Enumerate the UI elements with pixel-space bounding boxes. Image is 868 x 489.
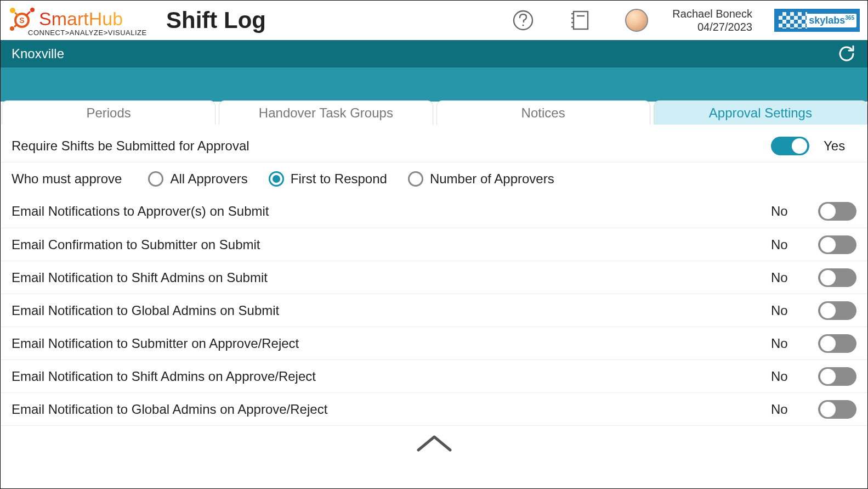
svg-point-2 [30,8,35,12]
svg-line-6 [14,24,18,27]
help-icon [512,9,534,31]
radio-label: All Approvers [170,171,247,187]
tab-notices[interactable]: Notices [436,100,650,125]
setting-label: Email Notification to Shift Admins on Su… [12,270,268,285]
require-approval-value: Yes [824,138,856,154]
setting-label: Email Notification to Global Admins on S… [12,303,279,318]
refresh-button[interactable] [837,44,856,64]
email-toggle[interactable] [818,301,856,320]
sub-header-bar [1,68,867,102]
notebook-icon [570,9,590,31]
setting-label: Email Notification to Submitter on Appro… [12,336,299,351]
setting-email-3: Email Notification to Global Admins on S… [1,294,867,327]
email-toggle[interactable] [818,334,856,353]
location-name: Knoxville [12,46,64,61]
setting-email-1: Email Confirmation to Submitter on Submi… [1,228,867,261]
radio-all-approvers[interactable]: All Approvers [148,171,247,187]
smarthub-icon: S [8,5,36,32]
brand-logo[interactable]: S SmartHub CONNECT>ANALYZE>VISUALIZE [8,5,151,36]
setting-label: Email Notification to Shift Admins on Ap… [12,369,316,384]
refresh-icon [837,44,856,64]
brand-name: SmartHub [39,9,123,28]
partner-brand[interactable]: skylabs365 [774,9,860,32]
svg-text:S: S [19,16,24,25]
notes-button[interactable] [569,9,591,31]
setting-email-0: Email Notifications to Approver(s) on Su… [1,195,867,228]
email-toggle[interactable] [818,202,856,221]
radio-indicator [269,171,284,187]
radio-indicator [408,171,423,187]
user-avatar[interactable] [625,9,648,32]
setting-who-must-approve: Who must approve All ApproversFirst to R… [1,162,867,195]
email-toggle[interactable] [818,367,856,386]
tab-periods[interactable]: Periods [2,100,215,125]
settings-panel: Require Shifts be Submitted for Approval… [1,125,867,425]
collapse-bar [1,425,867,464]
radio-number-of-approvers[interactable]: Number of Approvers [408,171,554,187]
svg-line-5 [26,12,30,15]
partner-brand-text: skylabs365 [807,14,856,27]
toggle-value: No [771,270,804,285]
toggle-value: No [771,204,804,219]
location-bar: Knoxville [1,40,867,68]
toggle-value: No [771,303,804,318]
setting-email-5: Email Notification to Shift Admins on Ap… [1,359,867,392]
toggle-value: No [771,336,804,351]
setting-label: Email Notification to Global Admins on A… [12,402,327,417]
email-toggle[interactable] [818,268,856,287]
toggle-value: No [771,402,804,417]
app-header: S SmartHub CONNECT>ANALYZE>VISUALIZE Shi… [1,1,867,40]
radio-label: Number of Approvers [430,171,554,187]
user-block: Rachael Boneck 04/27/2023 [672,7,752,33]
radio-indicator [148,171,163,187]
tab-approval-settings[interactable]: Approval Settings [654,100,867,125]
setting-label: Require Shifts be Submitted for Approval [12,138,249,154]
page-title: Shift Log [166,7,266,33]
chevron-up-icon [415,434,453,453]
tabs: PeriodsHandover Task GroupsNoticesApprov… [1,100,867,125]
setting-label: Email Notifications to Approver(s) on Su… [12,204,269,219]
radio-label: First to Respond [291,171,387,187]
svg-point-1 [10,8,15,13]
svg-rect-10 [574,12,588,29]
require-approval-toggle[interactable] [771,137,809,155]
svg-point-3 [10,26,14,31]
setting-email-4: Email Notification to Submitter on Appro… [1,327,867,359]
svg-point-9 [523,24,524,26]
collapse-button[interactable] [415,434,453,457]
setting-label: Who must approve [12,171,122,187]
radio-first-to-respond[interactable]: First to Respond [269,171,387,187]
setting-email-6: Email Notification to Global Admins on A… [1,392,867,425]
toggle-value: No [771,237,804,252]
toggle-value: No [771,369,804,384]
setting-email-2: Email Notification to Shift Admins on Su… [1,261,867,294]
email-toggle[interactable] [818,235,856,254]
help-button[interactable] [512,9,534,31]
setting-require-approval: Require Shifts be Submitted for Approval… [1,125,867,162]
email-toggle[interactable] [818,400,856,419]
user-name: Rachael Boneck [672,7,752,20]
header-date: 04/27/2023 [672,20,752,33]
tab-handover-task-groups[interactable]: Handover Task Groups [219,100,433,125]
approver-mode-radio-group: All ApproversFirst to RespondNumber of A… [148,171,554,187]
setting-label: Email Confirmation to Submitter on Submi… [12,237,260,252]
